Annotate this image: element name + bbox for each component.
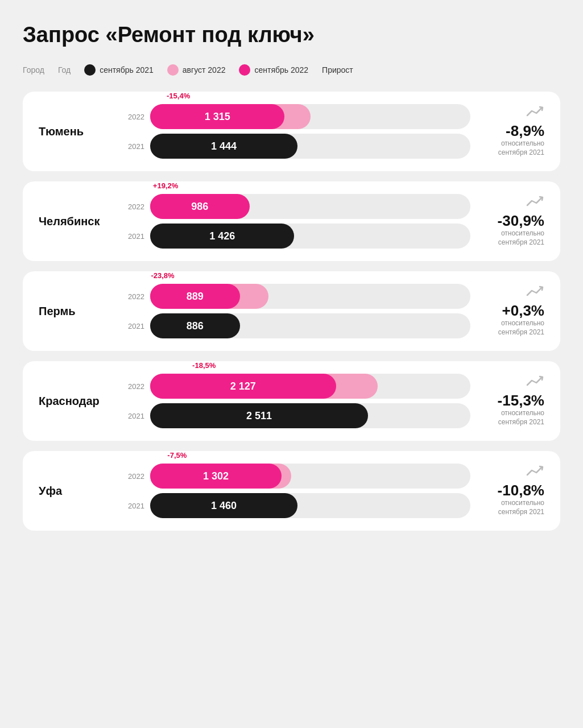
bar-value-2022: 889 (187, 291, 204, 303)
bar-year-label-2022: 2022 (124, 292, 144, 301)
growth-subtitle: относительносентября 2021 (498, 409, 544, 427)
bar-year-label-2022: 2022 (124, 202, 144, 211)
bar-2021-fill: 2 511 (150, 403, 368, 428)
legend-growth-label: Прирост (322, 65, 353, 75)
bar-value-2021: 2 511 (246, 410, 272, 422)
bar-2021-fill: 1 460 (150, 493, 297, 518)
bar-percent-label-2022: +19,2% (153, 181, 178, 190)
bar-track-2022: 2 127-18,5% (150, 374, 470, 399)
bar-row-2022: 20221 302-7,5% (124, 464, 470, 489)
bar-sep2022-fill: 1 315-15,4% (150, 104, 284, 129)
bar-value-2022: 1 302 (203, 470, 229, 482)
bar-row-2022: 20222 127-18,5% (124, 374, 470, 399)
legend-label-aug2022: август 2022 (183, 65, 226, 75)
bar-track-2022: 889-23,8% (150, 284, 470, 309)
card-growth: -30,9%относительносентября 2021 (482, 195, 544, 247)
bar-year-label-2022: 2022 (124, 472, 144, 481)
bar-year-label-2022: 2022 (124, 382, 144, 391)
growth-subtitle: относительносентября 2021 (498, 229, 544, 247)
legend-dot-pink (239, 64, 250, 76)
legend-item-aug2022: август 2022 (167, 64, 226, 76)
bar-track-2021: 1 444 (150, 134, 470, 159)
bar-value-2021: 1 426 (209, 230, 235, 242)
card-growth: -8,9%относительносентября 2021 (482, 105, 544, 157)
legend-year-label: Год (58, 65, 71, 75)
card-bars: 20221 315-15,4%20211 444 (124, 104, 470, 159)
bar-row-2021: 20211 444 (124, 134, 470, 159)
bar-year-label-2021: 2021 (124, 412, 144, 420)
legend: Город Год сентябрь 2021 август 2022 сент… (23, 64, 560, 76)
trend-icon (526, 375, 544, 391)
city-name: Уфа (39, 485, 113, 498)
bar-year-label-2021: 2021 (124, 502, 144, 510)
card-bars: 2022986+19,2%20211 426 (124, 194, 470, 249)
legend-dot-black (84, 64, 96, 76)
bar-row-2022: 2022889-23,8% (124, 284, 470, 309)
growth-value: -30,9% (498, 213, 544, 228)
bar-row-2021: 20211 426 (124, 224, 470, 249)
growth-subtitle: относительносентября 2021 (498, 499, 544, 516)
bar-year-label-2021: 2021 (124, 322, 144, 330)
bar-track-2021: 2 511 (150, 403, 470, 428)
trend-icon (526, 285, 544, 301)
bar-2021-fill: 1 426 (150, 224, 294, 249)
bar-row-2022: 2022986+19,2% (124, 194, 470, 219)
bar-row-2021: 2021886 (124, 313, 470, 338)
bar-sep2022-fill: 889-23,8% (150, 284, 240, 309)
bar-sep2022-fill: 2 127-18,5% (150, 374, 336, 399)
bar-2021-fill: 1 444 (150, 134, 297, 159)
bar-year-label-2021: 2021 (124, 142, 144, 151)
bar-track-2022: 1 302-7,5% (150, 464, 470, 489)
growth-value: -15,3% (498, 393, 544, 408)
city-card: Краснодар20222 127-18,5%20212 511 -15,3%… (23, 361, 560, 441)
bar-value-2022: 1 315 (205, 111, 230, 123)
trend-icon (526, 195, 544, 211)
legend-label-sep2021: сентябрь 2021 (100, 65, 154, 75)
city-name: Челябинск (39, 215, 113, 228)
legend-dot-light-pink (167, 64, 179, 76)
bar-track-2021: 1 460 (150, 493, 470, 518)
city-name: Пермь (39, 305, 113, 318)
growth-value: -10,8% (498, 483, 544, 498)
city-card: Уфа20221 302-7,5%20211 460 -10,8%относит… (23, 451, 560, 531)
growth-subtitle: относительносентября 2021 (498, 139, 544, 157)
card-bars: 2022889-23,8%2021886 (124, 284, 470, 338)
growth-value: -8,9% (506, 123, 544, 138)
bar-row-2021: 20212 511 (124, 403, 470, 428)
bar-2021-fill: 886 (150, 313, 240, 338)
legend-city-label: Город (23, 65, 44, 75)
bar-percent-label-2022: -23,8% (151, 271, 174, 280)
city-card: Тюмень20221 315-15,4%20211 444 -8,9%отно… (23, 92, 560, 171)
bar-track-2021: 886 (150, 313, 470, 338)
trend-icon (526, 105, 544, 121)
card-bars: 20222 127-18,5%20212 511 (124, 374, 470, 428)
card-growth: -15,3%относительносентября 2021 (482, 375, 544, 427)
page-title: Запрос «Ремонт под ключ» (23, 23, 560, 47)
legend-item-sep2022: сентябрь 2022 (239, 64, 308, 76)
growth-subtitle: относительносентября 2021 (498, 319, 544, 337)
bar-percent-label-2022: -15,4% (167, 92, 190, 100)
bar-row-2021: 20211 460 (124, 493, 470, 518)
bar-row-2022: 20221 315-15,4% (124, 104, 470, 129)
card-bars: 20221 302-7,5%20211 460 (124, 464, 470, 518)
bar-sep2022-fill: 1 302-7,5% (150, 464, 282, 489)
bar-percent-label-2022: -7,5% (167, 451, 187, 460)
city-card: Пермь2022889-23,8%2021886 +0,3%относител… (23, 271, 560, 351)
bar-value-2021: 886 (187, 320, 204, 332)
bar-year-label-2022: 2022 (124, 113, 144, 121)
bar-track-2022: 986+19,2% (150, 194, 470, 219)
bar-value-2022: 986 (191, 201, 208, 213)
city-name: Краснодар (39, 395, 113, 408)
bar-value-2021: 1 460 (211, 500, 237, 512)
legend-label-sep2022: сентябрь 2022 (254, 65, 308, 75)
cards-container: Тюмень20221 315-15,4%20211 444 -8,9%отно… (23, 92, 560, 531)
city-card: Челябинск2022986+19,2%20211 426 -30,9%от… (23, 181, 560, 261)
bar-year-label-2021: 2021 (124, 232, 144, 241)
trend-icon (526, 465, 544, 481)
bar-track-2021: 1 426 (150, 224, 470, 249)
bar-sep2022-fill: 986+19,2% (150, 194, 250, 219)
card-growth: -10,8%относительносентября 2021 (482, 465, 544, 516)
city-name: Тюмень (39, 125, 113, 138)
bar-value-2021: 1 444 (211, 140, 237, 152)
card-growth: +0,3%относительносентября 2021 (482, 285, 544, 337)
